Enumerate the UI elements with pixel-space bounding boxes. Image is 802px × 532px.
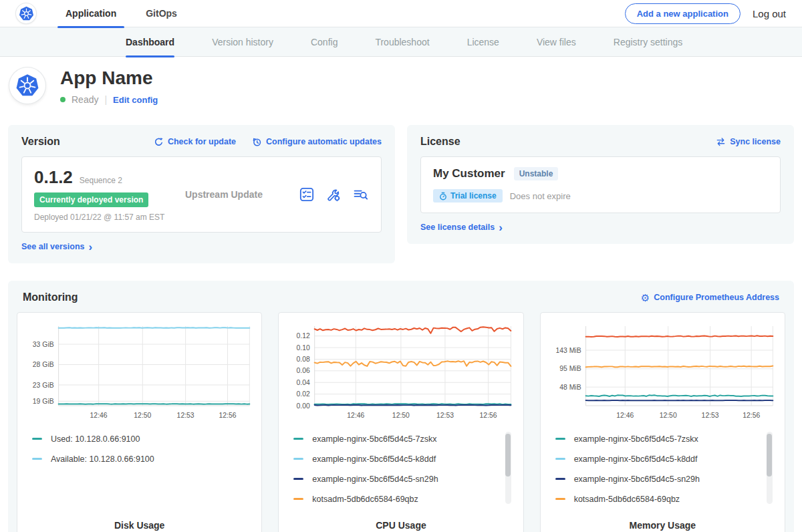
legend-item: example-nginx-5bc6f5d4c5-k8ddf <box>293 454 511 464</box>
svg-text:12:56: 12:56 <box>480 412 497 419</box>
legend-swatch <box>555 458 565 460</box>
legend-label: kotsadm-5db6dc6584-69qbz <box>574 495 680 504</box>
license-expiry: Does not expire <box>510 191 571 201</box>
legend-label: example-nginx-5bc6f5d4c5-k8ddf <box>312 454 436 464</box>
cpu-usage-card: 0.120.100.080.060.040.020.0012:4612:5012… <box>278 312 523 532</box>
tab-troubleshoot[interactable]: Troubleshoot <box>375 27 429 57</box>
sync-license-link[interactable]: Sync license <box>716 137 781 146</box>
top-nav-tabs: Application GitOps <box>57 0 198 27</box>
legend-swatch <box>293 498 303 500</box>
svg-text:12:53: 12:53 <box>436 412 454 419</box>
page-title: App Name <box>60 68 158 89</box>
chart-title: Disk Usage <box>25 520 253 531</box>
legend-label: kotsadm-5db6dc6584-69qbz <box>312 495 418 504</box>
svg-text:28 GiB: 28 GiB <box>33 361 54 368</box>
tab-version-history[interactable]: Version history <box>212 27 273 57</box>
svg-text:12:46: 12:46 <box>90 412 108 419</box>
see-all-versions-label: See all versions <box>21 242 85 251</box>
add-application-button[interactable]: Add a new application <box>625 3 741 24</box>
check-for-update-link[interactable]: Check for update <box>154 137 236 147</box>
tab-config[interactable]: Config <box>311 27 338 57</box>
svg-text:12:53: 12:53 <box>177 412 194 419</box>
stopwatch-icon <box>439 192 447 201</box>
monitoring-title: Monitoring <box>23 291 78 303</box>
svg-text:12:50: 12:50 <box>659 412 676 419</box>
license-box: My Customer Unstable Trial license Does … <box>420 156 781 213</box>
logout-link[interactable]: Log out <box>753 8 786 19</box>
legend-scrollbar-thumb[interactable] <box>505 434 511 477</box>
trial-license-label: Trial license <box>450 191 497 201</box>
see-all-versions-link[interactable]: See all versions› <box>21 242 382 251</box>
top-nav: Application GitOps Add a new application… <box>0 0 802 27</box>
configure-updates-link[interactable]: Configure automatic updates <box>252 137 382 147</box>
legend-scrollbar[interactable] <box>505 432 511 504</box>
current-version-box: 0.1.2 Sequence 2 Currently deployed vers… <box>21 156 382 233</box>
legend-scrollbar-thumb[interactable] <box>767 434 772 477</box>
cpu-usage-legend: example-nginx-5bc6f5d4c5-7zskxexample-ng… <box>293 434 511 512</box>
cards-row: Version Check for update <box>8 125 794 263</box>
legend-swatch <box>293 458 303 460</box>
license-card-title: License <box>420 136 460 148</box>
app-avatar <box>9 68 45 104</box>
disk-usage-card: 33 GiB28 GiB23 GiB19 GiB12:4612:5012:531… <box>17 312 262 532</box>
legend-swatch <box>555 478 565 480</box>
view-files-icon[interactable] <box>353 187 369 202</box>
legend-item: Used: 10.128.0.66:9100 <box>32 434 249 444</box>
svg-text:0.06: 0.06 <box>297 367 310 374</box>
svg-text:12:50: 12:50 <box>134 412 151 419</box>
legend-swatch <box>32 458 42 460</box>
legend-item: example-nginx-5bc6f5d4c5-k8ddf <box>555 454 773 464</box>
svg-text:33 GiB: 33 GiB <box>33 341 54 348</box>
legend-item: Available: 10.128.0.66:9100 <box>32 454 249 464</box>
legend-swatch <box>293 438 303 440</box>
edit-config-link[interactable]: Edit config <box>113 95 158 105</box>
legend-item: example-nginx-5bc6f5d4c5-sn29h <box>555 475 773 484</box>
chart-plot: 143 MiB95 MiB48 MiB12:4612:5012:5312:56 <box>549 322 777 423</box>
legend-item: example-nginx-5bc6f5d4c5-7zskx <box>293 434 511 444</box>
preflight-checks-icon[interactable] <box>299 187 314 202</box>
deployed-timestamp: Deployed 01/21/22 @ 11:57 am EST <box>34 213 185 222</box>
tab-gitops[interactable]: GitOps <box>138 0 185 27</box>
see-license-details-link[interactable]: See license details› <box>420 223 781 232</box>
channel-badge: Unstable <box>514 167 559 180</box>
chart-title: CPU Usage <box>287 520 515 531</box>
legend-item: example-nginx-5bc6f5d4c5-sn29h <box>293 475 511 484</box>
legend-label: example-nginx-5bc6f5d4c5-7zskx <box>574 434 698 444</box>
legend-label: example-nginx-5bc6f5d4c5-7zskx <box>312 434 436 444</box>
legend-swatch <box>555 438 565 440</box>
configure-prometheus-label: Configure Prometheus Address <box>654 293 779 302</box>
legend-scrollbar[interactable] <box>767 432 773 504</box>
top-nav-actions: Add a new application Log out <box>625 3 786 24</box>
svg-text:95 MiB: 95 MiB <box>559 365 581 372</box>
clock-refresh-icon <box>252 137 262 147</box>
divider: | <box>104 94 107 105</box>
kubernetes-logo-icon <box>16 3 36 23</box>
check-for-update-label: Check for update <box>168 137 236 146</box>
tab-registry-settings[interactable]: Registry settings <box>614 27 682 57</box>
kots-admin-dashboard: Application GitOps Add a new application… <box>0 0 802 532</box>
app-header: App Name Ready | Edit config <box>0 57 802 118</box>
legend-swatch <box>32 438 42 440</box>
chart-plot: 0.120.100.080.060.040.020.0012:4612:5012… <box>287 322 515 423</box>
app-sub-nav: Dashboard Version history Config Trouble… <box>0 27 802 57</box>
svg-text:0.02: 0.02 <box>297 390 310 398</box>
sync-license-label: Sync license <box>730 137 781 146</box>
legend-label: Used: 10.128.0.66:9100 <box>51 434 140 444</box>
version-card: Version Check for update <box>8 125 395 263</box>
configure-prometheus-link[interactable]: ⚙ Configure Prometheus Address <box>641 293 779 303</box>
svg-text:12:56: 12:56 <box>743 412 760 419</box>
legend-label: example-nginx-5bc6f5d4c5-sn29h <box>312 475 438 484</box>
svg-text:0.08: 0.08 <box>297 356 310 363</box>
tab-license[interactable]: License <box>467 27 499 57</box>
gear-icon: ⚙ <box>641 293 650 303</box>
tab-application[interactable]: Application <box>57 0 124 27</box>
tab-view-files[interactable]: View files <box>537 27 576 57</box>
sync-icon <box>716 137 726 146</box>
svg-text:12:50: 12:50 <box>392 412 410 419</box>
customer-name: My Customer <box>433 167 505 180</box>
edit-config-icon[interactable] <box>326 187 341 202</box>
svg-text:12:53: 12:53 <box>701 412 718 419</box>
svg-text:48 MiB: 48 MiB <box>559 384 581 391</box>
refresh-icon <box>154 137 164 147</box>
tab-dashboard[interactable]: Dashboard <box>126 27 174 57</box>
